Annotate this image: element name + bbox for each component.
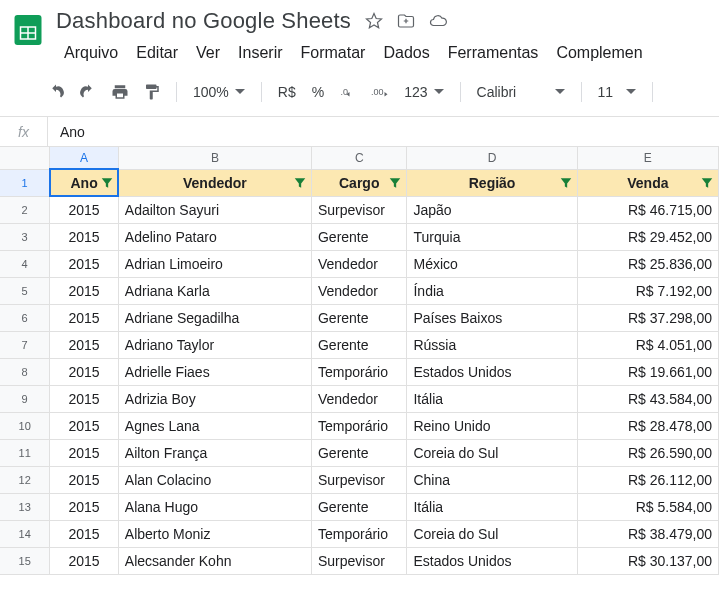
cell[interactable]: Ano — [50, 169, 119, 196]
percent-button[interactable]: % — [306, 84, 330, 100]
menu-ferramentas[interactable]: Ferramentas — [440, 40, 547, 66]
select-all-corner[interactable] — [0, 147, 50, 169]
cell[interactable]: Países Baixos — [407, 304, 577, 331]
cell[interactable]: 2015 — [50, 358, 119, 385]
cell[interactable]: 2015 — [50, 223, 119, 250]
cell[interactable]: Adrizia Boy — [118, 385, 311, 412]
filter-icon[interactable] — [388, 176, 402, 190]
cell[interactable]: 2015 — [50, 520, 119, 547]
cloud-status-icon[interactable] — [429, 12, 447, 30]
cell[interactable]: Região — [407, 169, 577, 196]
cell[interactable]: Temporário — [311, 412, 407, 439]
currency-button[interactable]: R$ — [272, 84, 302, 100]
cell[interactable]: 2015 — [50, 331, 119, 358]
cell[interactable]: Cargo — [311, 169, 407, 196]
cell[interactable]: Adelino Pataro — [118, 223, 311, 250]
cell[interactable]: R$ 26.112,00 — [577, 466, 718, 493]
cell[interactable]: Turquia — [407, 223, 577, 250]
paint-format-button[interactable] — [138, 78, 166, 106]
zoom-selector[interactable]: 100% — [187, 84, 251, 100]
decrease-decimal-button[interactable]: .0 — [334, 78, 362, 106]
cell[interactable]: México — [407, 250, 577, 277]
row-header[interactable]: 2 — [0, 196, 50, 223]
cell[interactable]: 2015 — [50, 304, 119, 331]
menu-arquivo[interactable]: Arquivo — [56, 40, 126, 66]
cell[interactable]: Gerente — [311, 493, 407, 520]
cell[interactable]: 2015 — [50, 196, 119, 223]
menu-formatar[interactable]: Formatar — [293, 40, 374, 66]
undo-button[interactable] — [42, 78, 70, 106]
row-header[interactable]: 12 — [0, 466, 50, 493]
formula-bar-input[interactable]: Ano — [48, 124, 85, 140]
cell[interactable]: R$ 29.452,00 — [577, 223, 718, 250]
cell[interactable]: R$ 30.137,00 — [577, 547, 718, 574]
cell[interactable]: Itália — [407, 385, 577, 412]
cell[interactable]: R$ 19.661,00 — [577, 358, 718, 385]
cell[interactable]: R$ 43.584,00 — [577, 385, 718, 412]
cell[interactable]: Vendedor — [311, 277, 407, 304]
document-title[interactable]: Dashboard no Google Sheets — [56, 8, 351, 34]
cell[interactable]: Alana Hugo — [118, 493, 311, 520]
cell[interactable]: Reino Unido — [407, 412, 577, 439]
cell[interactable]: Coreia do Sul — [407, 439, 577, 466]
font-selector[interactable]: Calibri — [471, 84, 571, 100]
row-header[interactable]: 5 — [0, 277, 50, 304]
star-icon[interactable] — [365, 12, 383, 30]
cell[interactable]: Gerente — [311, 223, 407, 250]
cell[interactable]: R$ 38.479,00 — [577, 520, 718, 547]
cell[interactable]: R$ 46.715,00 — [577, 196, 718, 223]
filter-icon[interactable] — [559, 176, 573, 190]
cell[interactable]: 2015 — [50, 412, 119, 439]
cell[interactable]: Temporário — [311, 358, 407, 385]
column-header-D[interactable]: D — [407, 147, 577, 169]
cell[interactable]: Japão — [407, 196, 577, 223]
cell[interactable]: Adailton Sayuri — [118, 196, 311, 223]
menu-editar[interactable]: Editar — [128, 40, 186, 66]
menu-complementos[interactable]: Complemen — [548, 40, 650, 66]
cell[interactable]: Gerente — [311, 331, 407, 358]
cell[interactable]: Rússia — [407, 331, 577, 358]
row-header[interactable]: 9 — [0, 385, 50, 412]
cell[interactable]: R$ 5.584,00 — [577, 493, 718, 520]
cell[interactable]: R$ 28.478,00 — [577, 412, 718, 439]
cell[interactable]: Vendedor — [311, 385, 407, 412]
filter-icon[interactable] — [700, 176, 714, 190]
cell[interactable]: Estados Unidos — [407, 358, 577, 385]
row-header[interactable]: 6 — [0, 304, 50, 331]
cell[interactable]: 2015 — [50, 547, 119, 574]
row-header[interactable]: 3 — [0, 223, 50, 250]
cell[interactable]: Adrielle Fiaes — [118, 358, 311, 385]
cell[interactable]: Alan Colacino — [118, 466, 311, 493]
cell[interactable]: Estados Unidos — [407, 547, 577, 574]
spreadsheet-grid[interactable]: A B C D E 1 Ano Vendedor Cargo Região Ve… — [0, 147, 719, 575]
format-selector[interactable]: 123 — [398, 84, 449, 100]
cell[interactable]: 2015 — [50, 439, 119, 466]
cell[interactable]: R$ 37.298,00 — [577, 304, 718, 331]
row-header[interactable]: 8 — [0, 358, 50, 385]
cell[interactable]: Alberto Moniz — [118, 520, 311, 547]
menu-inserir[interactable]: Inserir — [230, 40, 290, 66]
cell[interactable]: 2015 — [50, 385, 119, 412]
cell[interactable]: Coreia do Sul — [407, 520, 577, 547]
cell[interactable]: Ailton França — [118, 439, 311, 466]
redo-button[interactable] — [74, 78, 102, 106]
cell[interactable]: R$ 7.192,00 — [577, 277, 718, 304]
cell[interactable]: Venda — [577, 169, 718, 196]
cell[interactable]: 2015 — [50, 277, 119, 304]
cell[interactable]: R$ 4.051,00 — [577, 331, 718, 358]
row-header[interactable]: 4 — [0, 250, 50, 277]
column-header-B[interactable]: B — [118, 147, 311, 169]
cell[interactable]: China — [407, 466, 577, 493]
cell[interactable]: Gerente — [311, 304, 407, 331]
cell[interactable]: 2015 — [50, 250, 119, 277]
row-header[interactable]: 13 — [0, 493, 50, 520]
cell[interactable]: Agnes Lana — [118, 412, 311, 439]
column-header-C[interactable]: C — [311, 147, 407, 169]
row-header[interactable]: 15 — [0, 547, 50, 574]
menu-ver[interactable]: Ver — [188, 40, 228, 66]
cell[interactable]: Surpevisor — [311, 196, 407, 223]
cell[interactable]: Surpevisor — [311, 466, 407, 493]
cell[interactable]: 2015 — [50, 466, 119, 493]
row-header[interactable]: 7 — [0, 331, 50, 358]
filter-icon[interactable] — [100, 176, 114, 190]
